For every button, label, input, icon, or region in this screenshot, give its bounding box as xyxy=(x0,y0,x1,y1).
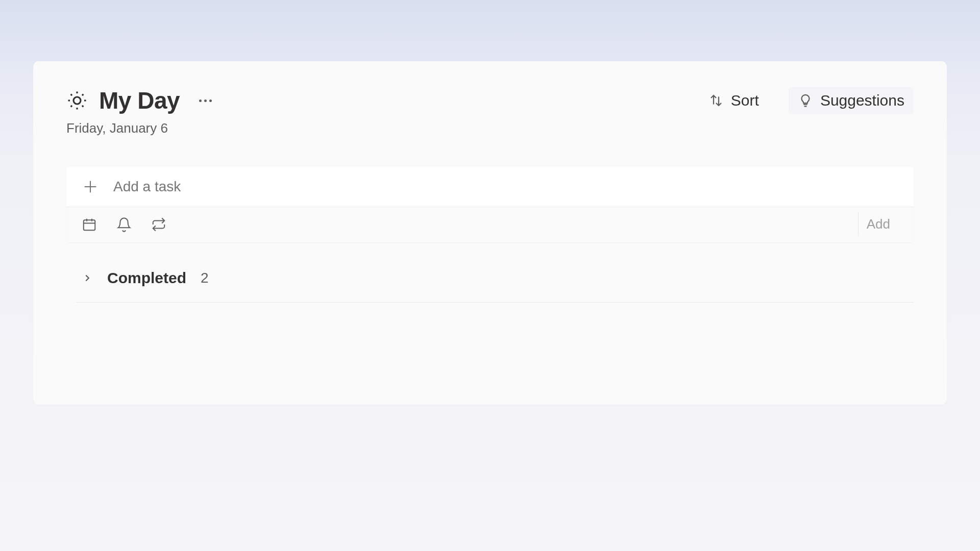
task-options-left xyxy=(82,217,166,232)
date-line: Friday, January 6 xyxy=(66,120,914,136)
completed-count: 2 xyxy=(201,270,209,286)
lightbulb-icon xyxy=(798,93,813,108)
title-group: My Day xyxy=(66,87,216,114)
page-title: My Day xyxy=(99,87,180,114)
svg-line-7 xyxy=(71,106,72,107)
svg-line-3 xyxy=(71,94,72,95)
repeat-icon[interactable] xyxy=(151,217,166,232)
main-card: My Day Sort xyxy=(33,61,947,405)
svg-line-4 xyxy=(82,106,83,107)
add-button[interactable]: Add xyxy=(858,212,898,236)
suggestions-button[interactable]: Suggestions xyxy=(789,87,914,114)
sort-label: Sort xyxy=(731,92,759,109)
add-task-input[interactable] xyxy=(113,179,898,195)
completed-label: Completed xyxy=(107,269,186,287)
add-task-container: Add xyxy=(66,167,914,242)
chevron-right-icon xyxy=(82,272,93,284)
header-row: My Day Sort xyxy=(66,87,914,114)
task-options-row: Add xyxy=(66,207,914,242)
svg-rect-11 xyxy=(84,220,95,230)
bell-icon[interactable] xyxy=(116,217,132,232)
suggestions-label: Suggestions xyxy=(820,92,904,109)
more-options-button[interactable] xyxy=(195,95,216,106)
sun-icon xyxy=(66,90,88,111)
header-actions: Sort Suggestions xyxy=(699,87,914,114)
sort-button[interactable]: Sort xyxy=(699,87,768,114)
add-task-row[interactable] xyxy=(66,167,914,207)
svg-point-0 xyxy=(74,97,81,104)
sort-icon xyxy=(708,93,724,108)
completed-section[interactable]: Completed 2 xyxy=(77,265,914,303)
plus-icon xyxy=(82,178,99,195)
svg-line-8 xyxy=(82,94,83,95)
calendar-icon[interactable] xyxy=(82,217,97,232)
